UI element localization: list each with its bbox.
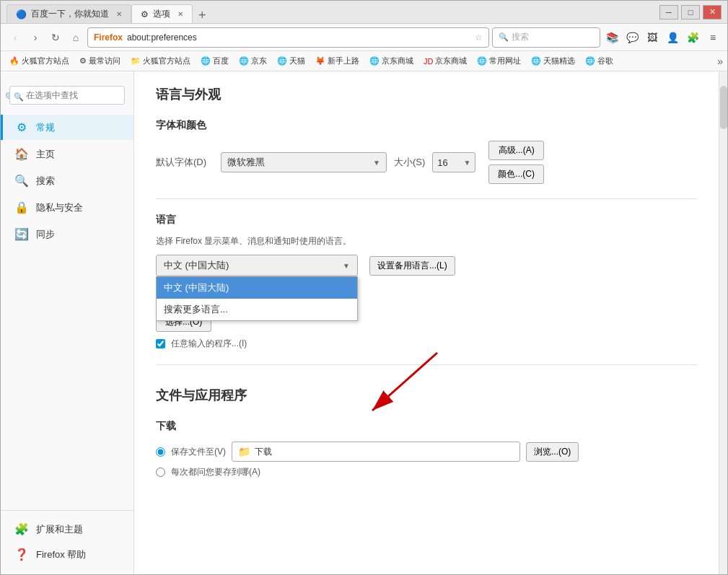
dropdown-item-chinese[interactable]: 中文 (中国大陆)	[157, 277, 357, 299]
bookmarks-bar: 🔥 火狐官方站点 ⚙ 最常访问 📁 火狐官方站点 🌐 百度 🌐 京东 🌐 天猫 …	[1, 51, 727, 71]
tab-baidu[interactable]: 🔵 百度一下，你就知道 ✕	[6, 4, 131, 23]
account-icon[interactable]: 👤	[664, 29, 681, 46]
sidebar-footer: 🧩 扩展和主题 ❓ Firefox 帮助	[1, 510, 133, 567]
scroll-thumb[interactable]	[720, 86, 727, 129]
bookmark-huohu-icon: 🔥	[9, 56, 19, 66]
menu-icon[interactable]: ≡	[704, 29, 722, 46]
sidebar-item-extensions[interactable]: 🧩 扩展和主题	[1, 517, 133, 542]
bookmark-tmall-icon: 🌐	[277, 56, 287, 66]
chat-icon[interactable]: 💬	[623, 29, 641, 46]
bookmark-jdmall2-icon: JD	[424, 57, 433, 66]
close-button[interactable]: ✕	[703, 5, 722, 19]
tab-options-label: 选项	[153, 8, 170, 20]
refresh-button[interactable]: ↻	[47, 29, 64, 46]
lang-dropdown-container: 中文 (中国大陆) ▼ 中文 (中国大陆) 搜索更多语言...	[156, 255, 358, 276]
sync-icon: 🔄	[14, 227, 29, 241]
sidebar-home-label: 主页	[36, 148, 55, 161]
sidebar-general-label: 常规	[36, 121, 55, 134]
bookmark-huohu2[interactable]: 📁 火狐官方站点	[126, 54, 195, 68]
library-icon[interactable]: 📚	[603, 29, 620, 46]
bookmark-star-icon[interactable]: ☆	[475, 32, 483, 43]
sidebar-item-general[interactable]: ⚙ 常规	[1, 115, 133, 140]
bookmark-google-label: 谷歌	[597, 56, 613, 66]
lang-desc: 选择 Firefox 显示菜单、消息和通知时使用的语言。	[156, 235, 697, 247]
checkbox-row: 任意输入的程序...(I)	[156, 338, 697, 350]
download-title: 下载	[156, 420, 697, 433]
sidebar-item-sync[interactable]: 🔄 同步	[1, 221, 133, 247]
sidebar-search-input[interactable]	[9, 86, 125, 105]
language-dropdown[interactable]: 中文 (中国大陆) ▼	[156, 255, 358, 276]
tab-options-icon: ⚙	[141, 9, 149, 19]
size-value: 16	[437, 157, 447, 168]
bookmark-newbie-label: 新手上路	[328, 56, 359, 66]
color-button[interactable]: 颜色...(C)	[488, 164, 544, 184]
content-area: 语言与外观 字体和颜色 默认字体(D) 微软雅黑 ▼ 大小(S) 16 ▼	[134, 71, 719, 574]
bookmark-google-icon: 🌐	[585, 56, 595, 66]
font-section: 默认字体(D) 微软雅黑 ▼ 大小(S) 16 ▼ 高级...(A) 颜色...…	[156, 141, 697, 184]
tab-options[interactable]: ⚙ 选项 ✕	[131, 4, 193, 23]
sidebar-nav: ⚙ 常规 🏠 主页 🔍 搜索 🔒 隐私与安全 🔄 同步	[1, 115, 133, 247]
advanced-button[interactable]: 高级...(A)	[488, 141, 544, 160]
folder-icon: 📁	[238, 446, 250, 457]
browse-button[interactable]: 浏览...(O)	[526, 442, 579, 462]
tab-baidu-icon: 🔵	[16, 9, 27, 19]
bookmark-newbie[interactable]: 🦊 新手上路	[311, 54, 364, 68]
section-files-title: 文件与应用程序	[156, 387, 697, 408]
help-icon: ❓	[14, 548, 29, 561]
sidebar-item-home[interactable]: 🏠 主页	[1, 141, 133, 167]
bookmark-huohu[interactable]: 🔥 火狐官方站点	[5, 54, 74, 68]
sidebar: 🔍 ⚙ 常规 🏠 主页 🔍 搜索 🔒 隐私与安全	[1, 71, 134, 574]
section-language-appearance: 语言与外观	[156, 86, 697, 107]
home-button[interactable]: ⌂	[67, 29, 84, 46]
tab-options-close[interactable]: ✕	[177, 10, 183, 18]
nav-bar: ‹ › ↻ ⌂ Firefox about:preferences ☆ 🔍 搜索…	[1, 24, 727, 51]
language-current: 中文 (中国大陆)	[164, 259, 229, 272]
bookmark-jdmall[interactable]: 🌐 京东商城	[365, 54, 418, 68]
bookmark-tmall[interactable]: 🌐 天猫	[273, 54, 310, 68]
extensions-icon[interactable]: 🧩	[684, 29, 701, 46]
sidebar-sync-label: 同步	[36, 228, 55, 241]
privacy-icon: 🔒	[14, 201, 29, 214]
window-controls: ─ □ ✕	[659, 5, 722, 19]
browser-window: 🔵 百度一下，你就知道 ✕ ⚙ 选项 ✕ + ─ □ ✕ ‹ › ↻ ⌂ Fir…	[0, 0, 728, 575]
files-section: 文件与应用程序 下载 保存文件至(V) 📁 下载 浏览...(O)	[156, 387, 697, 478]
font-select[interactable]: 微软雅黑 ▼	[221, 152, 387, 172]
bookmark-baidu[interactable]: 🌐 百度	[196, 54, 233, 68]
set-language-button[interactable]: 设置备用语言...(L)	[369, 256, 455, 276]
radio-save[interactable]	[156, 447, 165, 457]
search-placeholder: 搜索	[512, 31, 529, 43]
back-button[interactable]: ‹	[6, 29, 24, 46]
tab-baidu-close[interactable]: ✕	[116, 10, 122, 18]
sidebar-item-search[interactable]: 🔍 搜索	[1, 168, 133, 193]
checkbox-input[interactable]	[156, 339, 165, 348]
screenshot-icon[interactable]: 🖼	[644, 29, 661, 46]
bookmark-frequent[interactable]: ⚙ 最常访问	[75, 54, 125, 68]
lang-section: 语言 选择 Firefox 显示菜单、消息和通知时使用的语言。 中文 (中国大陆…	[156, 214, 697, 350]
radio-ask[interactable]	[156, 468, 165, 477]
tab-baidu-label: 百度一下，你就知道	[31, 8, 109, 20]
bookmark-jdmall-label: 京东商城	[382, 56, 413, 66]
bookmark-tmallselect-label: 天猫精选	[543, 56, 575, 66]
forward-button[interactable]: ›	[27, 29, 44, 46]
bookmark-common[interactable]: 🌐 常用网址	[473, 54, 525, 68]
bookmarks-more-button[interactable]: »	[717, 56, 723, 67]
bookmark-tmallselect[interactable]: 🌐 天猫精选	[527, 54, 579, 68]
new-tab-button[interactable]: +	[193, 8, 212, 23]
size-select[interactable]: 16 ▼	[432, 152, 475, 172]
radio-ask-label: 每次都问您要存到哪(A)	[171, 466, 260, 478]
sidebar-item-help[interactable]: ❓ Firefox 帮助	[1, 542, 133, 567]
sidebar-item-privacy[interactable]: 🔒 隐私与安全	[1, 195, 133, 220]
bookmark-jdmall2[interactable]: JD 京东商城	[419, 54, 471, 68]
bookmark-google[interactable]: 🌐 谷歌	[581, 54, 618, 68]
bookmark-jdmall2-label: 京东商城	[435, 56, 467, 66]
extensions-nav-icon: 🧩	[14, 522, 29, 536]
maximize-button[interactable]: □	[681, 5, 700, 19]
bookmark-baidu-icon: 🌐	[201, 56, 211, 66]
address-bar[interactable]: Firefox about:preferences ☆	[87, 27, 489, 48]
minimize-button[interactable]: ─	[659, 5, 678, 19]
bookmark-jd[interactable]: 🌐 京东	[234, 54, 271, 68]
scrollbar[interactable]	[719, 71, 727, 574]
dropdown-item-search-more[interactable]: 搜索更多语言...	[157, 299, 357, 320]
search-bar[interactable]: 🔍 搜索	[492, 27, 600, 48]
address-text: about:preferences	[127, 32, 470, 43]
